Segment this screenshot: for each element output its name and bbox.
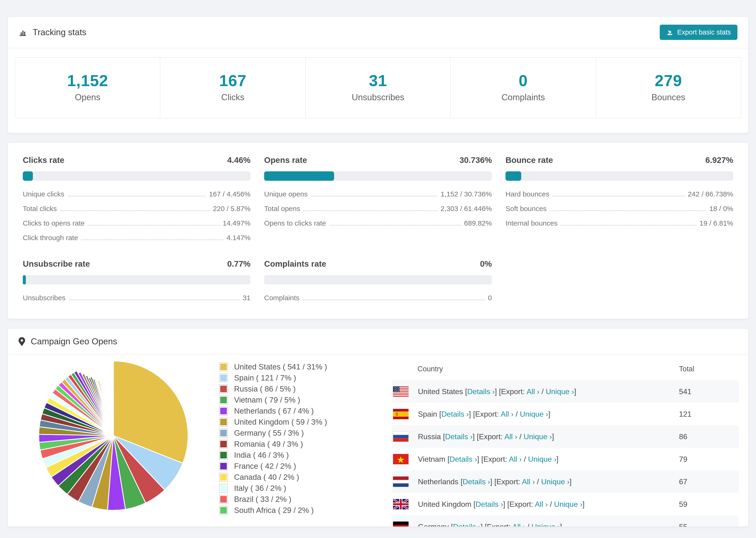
country-name: Netherlands [418,477,460,486]
country-flag-icon [393,521,408,527]
stat-cell: 31Unsubscribes [305,58,450,118]
country-total: 59 [679,500,739,509]
legend-swatch [219,373,228,382]
country-cell: United States [Details ›] [Export: All ›… [418,387,576,396]
slash-separator: / [513,410,520,418]
export-all-link[interactable]: All › [509,455,522,463]
export-unique-link[interactable]: Unique › [528,455,557,463]
stat-value: 31 [306,71,450,90]
dotted-leader [60,210,210,211]
rate-block: Complaints rate0%Complaints0 [264,259,492,302]
country-cell: Germany [Details ›] [Export: All › / Uni… [418,522,562,527]
legend-item[interactable]: Russia ( 86 / 5% ) [219,385,379,394]
rate-detail-label: Unsubscribes [23,294,66,302]
export-all-link[interactable]: All › [504,432,517,441]
country-total: 121 [679,410,739,418]
export-all-link[interactable]: All › [526,387,539,396]
legend-item[interactable]: Canada ( 40 / 2% ) [219,473,379,482]
export-all-link[interactable]: All › [512,522,525,527]
export-all-link[interactable]: All › [522,477,535,486]
export-unique-link[interactable]: Unique › [520,410,548,418]
rate-detail-row: Unique opens1,152 / 30.736% [264,190,492,198]
legend-label: United Kingdom ( 59 / 3% ) [234,418,327,426]
export-unique-link[interactable]: Unique › [531,522,560,527]
dotted-leader [550,210,706,211]
export-basic-stats-button[interactable]: Export basic stats [660,25,737,40]
rate-detail-value: 2,303 / 61.446% [441,205,492,213]
legend-item[interactable]: United Kingdom ( 59 / 3% ) [219,418,379,426]
export-unique-link[interactable]: Unique › [546,387,574,396]
rate-value: 0% [480,259,492,269]
legend-item[interactable]: Netherlands ( 67 / 4% ) [219,406,379,415]
country-flag-icon [393,386,408,397]
dotted-leader [561,225,696,226]
rate-title: Unsubscribe rate [23,259,90,269]
export-unique-link[interactable]: Unique › [554,500,582,509]
legend-item[interactable]: Spain ( 121 / 7% ) [219,373,379,382]
rate-detail-label: Complaints [264,294,299,302]
details-link[interactable]: Details › [462,477,490,486]
rate-value: 4.46% [227,155,250,165]
map-pin-icon [19,337,25,346]
details-link[interactable]: Details › [450,455,477,463]
legend-item[interactable]: Germany ( 55 / 3% ) [219,429,379,438]
table-row: Russia [Details ›] [Export: All › / Uniq… [392,425,739,448]
legend-label: Romania ( 49 / 3% ) [234,440,303,449]
dotted-leader [303,299,485,300]
legend-label: South Africa ( 29 / 2% ) [234,506,314,515]
rate-detail-label: Internal bounces [506,219,558,227]
stat-label: Unsubscribes [306,92,450,102]
rate-detail-value: 18 / 0% [709,205,733,213]
legend-label: Vietnam ( 79 / 5% ) [234,396,300,404]
dotted-leader [81,240,223,240]
rate-detail-label: Unique opens [264,190,307,198]
bracket: ] [548,410,550,418]
export-unique-link[interactable]: Unique › [541,477,569,486]
tracking-stats-header: Tracking stats Export basic stats [8,17,748,48]
legend-item[interactable]: India ( 46 / 3% ) [219,451,379,459]
bracket: ] [560,522,562,527]
bracket: ] [481,522,485,527]
stat-value: 279 [596,71,741,90]
export-prefix: [Export: [481,455,509,463]
legend-item[interactable]: Brazil ( 33 / 2% ) [219,495,379,504]
country-cell: Vietnam [Details ›] [Export: All › / Uni… [418,455,559,463]
bracket: ] [490,477,495,486]
rate-detail-value: 31 [243,294,250,302]
stat-value: 167 [160,71,305,90]
geo-section-title: Campaign Geo Opens [31,337,117,347]
legend-item[interactable]: Romania ( 49 / 3% ) [219,440,379,449]
export-all-link[interactable]: All › [501,410,513,418]
bar-chart-icon [19,28,27,37]
rate-detail-row: Internal bounces19 / 6.81% [506,219,733,227]
export-prefix: [Export: [494,477,522,486]
slash-separator: / [525,522,531,527]
country-name: Germany [418,522,451,527]
rate-detail-label: Unique clicks [23,190,64,198]
dotted-leader [68,196,206,196]
export-unique-link[interactable]: Unique › [523,432,552,441]
dotted-leader [311,196,437,196]
geo-pie-svg [36,358,191,513]
rate-progress-fill [23,275,26,285]
details-link[interactable]: Details › [467,387,495,396]
legend-item[interactable]: France ( 42 / 2% ) [219,462,379,471]
legend-item[interactable]: Vietnam ( 79 / 5% ) [219,396,379,404]
legend-item[interactable]: South Africa ( 29 / 2% ) [219,506,379,515]
bracket: ] [552,432,554,441]
rate-detail-value: 4.147% [227,234,250,242]
details-link[interactable]: Details › [475,500,503,509]
legend-item[interactable]: Italy ( 36 / 2% ) [219,484,379,493]
details-link[interactable]: Details › [453,522,480,527]
details-link[interactable]: Details › [445,432,473,441]
stat-value: 0 [451,71,595,90]
legend-item[interactable]: United States ( 541 / 31% ) [219,362,379,371]
stat-cell: 167Clicks [160,58,305,118]
details-link[interactable]: Details › [441,410,469,418]
country-total: 541 [679,387,739,396]
export-all-link[interactable]: All › [535,500,548,509]
bracket: ] [473,432,477,441]
rate-header: Opens rate30.736% [264,155,492,165]
legend-label: Germany ( 55 / 3% ) [234,429,304,438]
bracket: ] [569,477,572,486]
